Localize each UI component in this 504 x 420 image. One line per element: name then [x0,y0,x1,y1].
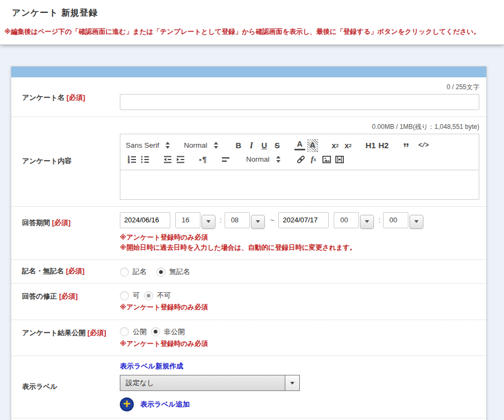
dropdown-arrow-icon[interactable] [360,215,374,229]
text-color-button[interactable]: A [294,140,305,150]
formula-icon[interactable]: fx [308,153,319,166]
background-color-button[interactable]: A [307,139,318,152]
modify-note: ※アンケート登録時のみ必須 [120,302,479,313]
editor-toolbar: Sans Serif Normal B I U S A A [120,134,479,170]
add-display-label-link[interactable]: 表示ラベル追加 [140,400,190,409]
start-date-input[interactable] [120,212,170,228]
image-icon[interactable] [321,153,332,166]
text-direction-icon[interactable]: ▸¶ [198,153,208,166]
char-counter: 0 / 255文字 [120,83,479,92]
size-counter: 0.00MB / 1MB(残り：1,048,551 byte) [120,122,479,132]
result-publish-label: アンケート結果公開 [必須] [22,325,120,349]
anonymity-label: 記名・無記名 [必須] [22,266,120,277]
survey-name-label: アンケート名 [必須] [22,83,120,110]
radio-anonymous[interactable] [156,267,165,277]
page-title: アンケート 新規登録 [12,8,500,19]
ordered-list-icon[interactable]: 1 2 3 [127,153,138,166]
svg-text:3: 3 [128,161,129,164]
outdent-icon[interactable] [162,153,173,166]
page-header: アンケート 新規登録 ※編集後はページ下の「確認画面に進む」または「テンプレート… [0,0,504,45]
superscript-button[interactable]: x2 [343,139,354,152]
radio-public[interactable] [120,327,129,336]
code-block-button[interactable]: </> [418,139,429,152]
blockquote-button[interactable]: ” [401,139,412,152]
time-colon: : [220,216,222,224]
display-label-label: 表示ラベル [22,381,120,392]
align-icon[interactable] [220,153,231,166]
row-anonymity: 記名・無記名 [必須] 記名 無記名 [11,260,486,284]
link-icon[interactable] [296,153,306,166]
dropdown-arrow-icon[interactable] [251,215,265,229]
row-result-publish: アンケート結果公開 [必須] 公開 非公開 ※アンケート登録時のみ必須 [11,320,486,356]
radio-modify-allowed[interactable] [120,291,129,300]
publish-note: ※アンケート登録時のみ必須 [120,339,479,349]
panel-header-bar [11,67,486,77]
indent-icon[interactable] [175,153,186,166]
end-hour-select[interactable]: 00 [334,212,374,229]
header1-button[interactable]: H1 [365,139,376,152]
survey-name-input[interactable] [120,94,479,110]
bold-button[interactable]: B [233,139,244,152]
radio-modify-not-allowed[interactable] [144,291,153,300]
dropdown-arrow-icon[interactable] [201,215,215,229]
survey-form-panel: アンケート名 [必須] 0 / 255文字 アンケート内容 0.00MB / 1… [11,66,487,420]
add-display-label-button[interactable]: + [120,397,134,411]
end-minute-select[interactable]: 00 [383,212,423,229]
row-answer-period: 回答期間 [必須] 16 : 08 ~ 00 [11,207,486,260]
start-minute-select[interactable]: 08 [225,212,265,229]
end-date-input[interactable] [278,212,329,228]
required-badge: [必須] [52,219,71,227]
survey-content-label: アンケート内容 [22,156,120,166]
row-display-label: 表示ラベル 表示ラベル新規作成 設定なし + 表示ラベル追加 [11,356,486,418]
required-badge: [必須] [67,93,85,102]
underline-button[interactable]: U [259,139,270,152]
answer-modify-label: 回答の修正 [必須] [22,289,120,313]
italic-button[interactable]: I [246,139,257,152]
editor-content-area[interactable] [120,170,479,200]
required-badge: [必須] [66,267,85,275]
video-icon[interactable] [334,153,345,166]
size-picker[interactable]: Normal [246,155,280,163]
picker-arrows-icon [165,142,170,149]
start-hour-select[interactable]: 16 [175,212,215,229]
row-survey-name: アンケート名 [必須] 0 / 255文字 [11,77,486,117]
time-colon: : [378,216,380,224]
answer-period-label: 回答期間 [必須] [22,212,120,254]
bullet-list-icon[interactable] [140,153,150,166]
dropdown-arrow-icon [285,375,299,390]
row-answer-modify: 回答の修正 [必須] 可 不可 ※アンケート登録時のみ必須 [11,284,486,320]
create-display-label-link[interactable]: 表示ラベル新規作成 [120,362,183,370]
plus-icon: + [123,399,131,409]
picker-arrows-icon [214,142,218,149]
font-picker[interactable]: Sans Serif [126,141,170,149]
radio-named[interactable] [120,267,129,277]
subscript-button[interactable]: x2 [330,139,341,152]
range-tilde: ~ [270,216,275,224]
radio-private[interactable] [151,327,160,336]
dropdown-arrow-icon[interactable] [409,215,423,229]
display-label-select[interactable]: 設定なし [120,375,300,391]
row-survey-content: アンケート内容 0.00MB / 1MB(残り：1,048,551 byte) … [11,117,486,207]
header-picker[interactable]: Normal [184,141,218,149]
strike-button[interactable]: S [272,139,283,152]
page-notice: ※編集後はページ下の「確認画面に進む」または「テンプレートとして登録」から確認画… [4,27,498,37]
required-badge: [必須] [59,292,78,300]
picker-arrows-icon [276,156,280,163]
required-badge: [必須] [88,329,106,337]
header2-button[interactable]: H2 [378,139,389,152]
period-note: ※アンケート登録時のみ必須 ※開始日時に過去日時を入力した場合は、自動的に登録日… [120,233,479,254]
